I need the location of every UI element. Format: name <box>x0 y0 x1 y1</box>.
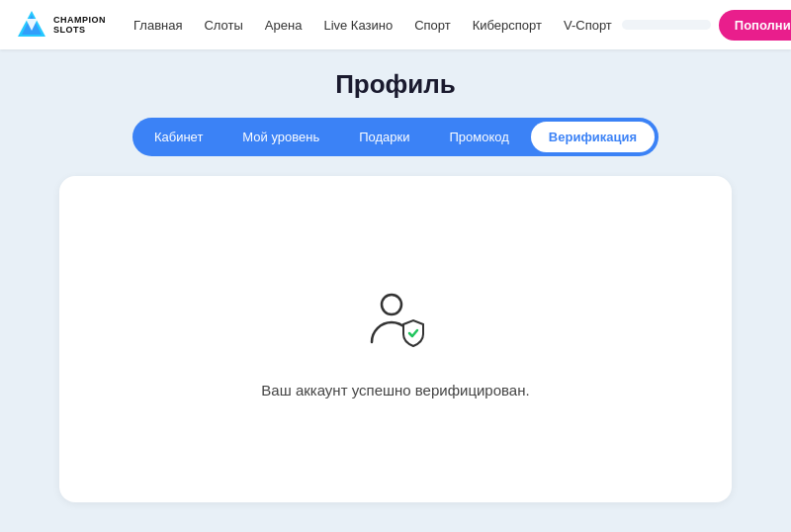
verified-message: Ваш аккаунт успешно верифицирован. <box>261 382 529 399</box>
deposit-button[interactable]: Пополнить <box>719 10 791 41</box>
logo-icon <box>16 9 47 41</box>
logo[interactable]: CHAMPION SLOTS <box>16 9 106 41</box>
tab-cabinet[interactable]: Кабинет <box>136 122 220 152</box>
verified-icon-container <box>356 281 435 364</box>
tab-gifts[interactable]: Подарки <box>341 122 427 152</box>
nav-item-vsport[interactable]: V-Спорт <box>554 12 622 39</box>
header-right: Пополнить 1 1 <box>622 10 791 41</box>
nav-item-slots[interactable]: Слоты <box>194 12 252 39</box>
page-title: Профиль <box>335 69 456 100</box>
tab-my-level[interactable]: Мой уровень <box>224 122 337 152</box>
tab-promo[interactable]: Промокод <box>432 122 527 152</box>
profile-tabs: Кабинет Мой уровень Подарки Промокод Вер… <box>132 118 659 156</box>
nav-item-home[interactable]: Главная <box>124 12 192 39</box>
nav-item-arena[interactable]: Арена <box>255 12 312 39</box>
user-balance <box>622 20 711 30</box>
main-content: Профиль Кабинет Мой уровень Подарки Пром… <box>0 49 791 522</box>
tab-verification[interactable]: Верификация <box>531 122 655 152</box>
logo-text: CHAMPION SLOTS <box>53 15 106 36</box>
nav-item-sport[interactable]: Спорт <box>404 12 461 39</box>
svg-point-5 <box>382 295 401 314</box>
verified-illustration <box>356 281 435 360</box>
nav-item-live-casino[interactable]: Live Казино <box>313 12 402 39</box>
verification-card: Ваш аккаунт успешно верифицирован. <box>59 176 732 502</box>
nav-links: Главная Слоты Арена Live Казино Спорт Ки… <box>124 12 622 39</box>
nav-item-cybersport[interactable]: Киберспорт <box>463 12 552 39</box>
header: CHAMPION SLOTS Главная Слоты Арена Live … <box>0 0 791 49</box>
